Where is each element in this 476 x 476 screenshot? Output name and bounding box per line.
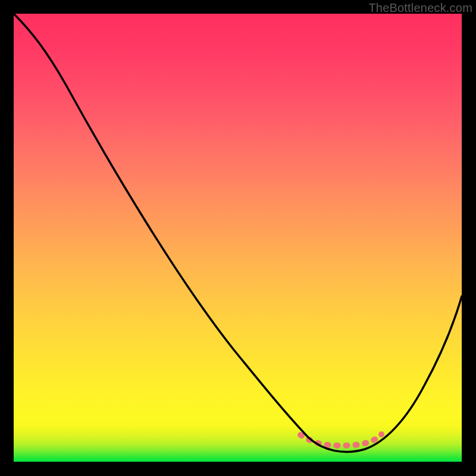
chart-svg	[14, 14, 462, 462]
main-curve-line	[14, 14, 462, 452]
chart-plot-area	[14, 14, 462, 462]
watermark-text: TheBottleneck.com	[368, 1, 472, 15]
chart-frame: TheBottleneck.com	[0, 0, 476, 476]
